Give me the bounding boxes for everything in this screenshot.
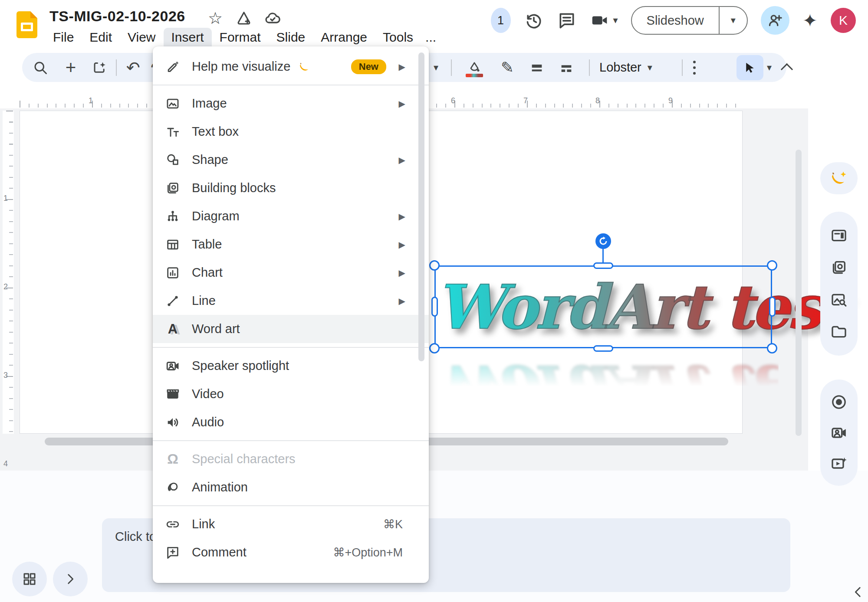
undo-button[interactable]: ↶ (121, 56, 145, 80)
menu-item-table[interactable]: Table▶ (153, 230, 429, 258)
resize-handle-s[interactable] (593, 345, 613, 352)
menu-item-word-art[interactable]: A Word art (153, 315, 429, 343)
omega-icon: Ω (165, 452, 181, 467)
menu-divider (153, 347, 429, 348)
collapse-panel-icon[interactable] (851, 585, 865, 599)
new-slide-button[interactable]: + (59, 56, 83, 80)
collapse-toolbar-button[interactable] (781, 63, 793, 75)
menu-format[interactable]: Format (212, 28, 269, 47)
menu-item-chart[interactable]: Chart▶ (153, 258, 429, 287)
resize-handle-nw[interactable] (429, 260, 440, 271)
submenu-arrow-icon: ▶ (394, 296, 405, 306)
user-avatar[interactable]: K (831, 8, 856, 33)
slideshow-button[interactable]: Slideshow (632, 13, 719, 28)
share-button[interactable] (761, 6, 789, 35)
menu-view[interactable]: View (120, 28, 163, 47)
menu-item-audio[interactable]: Audio (153, 408, 429, 436)
new-slide-template-icon[interactable] (87, 56, 112, 80)
gemini-sparkle-icon[interactable]: ✦ (802, 10, 818, 31)
resize-handle-se[interactable] (767, 343, 777, 353)
resize-handle-e[interactable] (769, 297, 776, 317)
resize-handle-ne[interactable] (767, 260, 777, 271)
slideshow-button-group: Slideshow ▾ (631, 6, 748, 35)
slideshow-options-button[interactable]: ▾ (720, 15, 747, 26)
join-call-button[interactable]: ▾ (590, 10, 618, 30)
menu-item-link[interactable]: Link ⌘K (153, 510, 429, 538)
expand-filmstrip-button[interactable] (53, 562, 88, 596)
menu-insert[interactable]: Insert (164, 28, 212, 47)
resize-handle-w[interactable] (431, 297, 438, 317)
ruler-number: 6 (451, 96, 455, 105)
grid-view-button[interactable] (12, 562, 47, 596)
menu-divider (153, 440, 429, 441)
menu-item-shape[interactable]: Shape▶ (153, 146, 429, 174)
templates-icon[interactable] (829, 226, 848, 245)
magic-pen-icon (165, 59, 181, 75)
link-icon (165, 517, 181, 532)
menu-item-animation[interactable]: Animation (153, 473, 429, 501)
menu-item-video[interactable]: Video (153, 380, 429, 408)
cloud-saved-icon[interactable] (264, 10, 281, 27)
rotation-handle[interactable] (595, 233, 611, 249)
menu-overflow[interactable]: ... (421, 28, 441, 47)
menu-item-text-box[interactable]: Text box (153, 118, 429, 146)
menu-tools[interactable]: Tools (375, 28, 421, 47)
select-tool-button[interactable] (736, 55, 763, 80)
image-search-icon[interactable] (829, 290, 848, 309)
video-call-icon (590, 10, 610, 30)
selection-box[interactable] (434, 265, 772, 348)
menu-item-line[interactable]: Line▶ (153, 287, 429, 315)
logo-sheet (21, 23, 33, 31)
comment-count-badge[interactable]: 1 (491, 8, 511, 33)
border-weight-button[interactable] (525, 56, 549, 80)
video-icon (165, 386, 181, 402)
menu-file[interactable]: File (45, 28, 82, 47)
menu-scrollbar[interactable] (418, 52, 424, 361)
menu-item-help-me-visualize[interactable]: Help me visualize New ▶ (153, 52, 429, 81)
insert-dropdown-menu: Help me visualize New ▶ Image▶ Text box … (153, 46, 429, 583)
menu-item-building-blocks[interactable]: Building blocks (153, 174, 429, 202)
slides-logo[interactable] (16, 11, 37, 38)
comments-icon[interactable] (557, 10, 577, 30)
fill-color-button[interactable] (462, 56, 487, 80)
record-icon[interactable] (829, 393, 848, 412)
video-create-icon[interactable] (829, 454, 848, 473)
document-title[interactable]: TS-MIG-02-10-2026 (49, 8, 185, 25)
ruler-number: 4 (3, 459, 8, 468)
help-me-visualize-panel-button[interactable] (820, 162, 858, 194)
zoom-tool-icon[interactable] (28, 56, 53, 80)
ruler-number: 1 (3, 194, 8, 203)
menu-item-speaker-spotlight[interactable]: Speaker spotlight (153, 352, 429, 380)
speaker-spotlight-icon (165, 358, 181, 374)
building-blocks-icon[interactable] (829, 258, 848, 277)
comment-plus-icon (165, 545, 181, 560)
font-name-label: Lobster (599, 60, 641, 75)
menu-item-diagram[interactable]: Diagram▶ (153, 202, 429, 230)
chevron-down-icon: ▾ (648, 62, 652, 73)
toolbar-overflow-button[interactable] (693, 61, 696, 75)
select-tool-arrow[interactable]: ▾ (767, 62, 772, 73)
menu-item-comment[interactable]: Comment ⌘+Option+M (153, 538, 429, 566)
resize-handle-sw[interactable] (429, 343, 440, 353)
chart-icon (165, 265, 181, 281)
menu-item-image[interactable]: Image▶ (153, 89, 429, 118)
font-family-dropdown[interactable]: Lobster ▾ (599, 53, 652, 82)
border-color-button[interactable]: ✎ (495, 56, 519, 80)
version-history-icon[interactable] (524, 10, 544, 30)
border-dash-button[interactable] (554, 56, 579, 80)
menu-arrange[interactable]: Arrange (313, 28, 375, 47)
fill-color-strip (466, 74, 483, 77)
resize-handle-n[interactable] (593, 262, 613, 269)
approvals-icon[interactable] (235, 10, 253, 27)
animation-icon (165, 480, 181, 495)
menu-edit[interactable]: Edit (82, 28, 120, 47)
canvas-vertical-scrollbar[interactable] (796, 150, 802, 436)
hidden-control-arrow[interactable]: ▾ (434, 53, 438, 82)
folder-icon[interactable] (829, 322, 848, 341)
speaker-spotlight-icon[interactable] (829, 423, 848, 442)
star-icon[interactable]: ☆ (207, 10, 224, 27)
ruler-number: 8 (595, 96, 600, 105)
audio-icon (165, 415, 181, 430)
menu-slide[interactable]: Slide (269, 28, 313, 47)
ruler-number: 2 (3, 282, 8, 291)
